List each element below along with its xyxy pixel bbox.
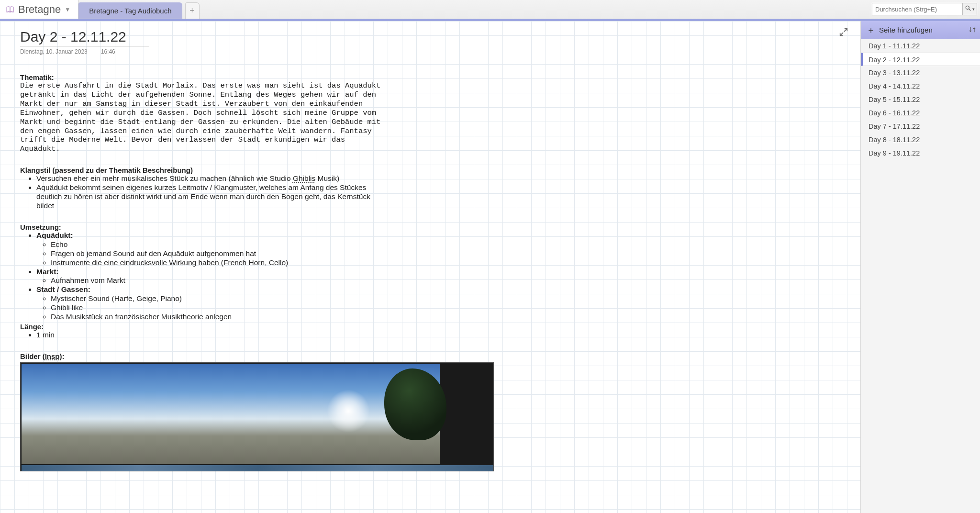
page-list-item[interactable]: Day 5 - 15.11.22 [861,93,980,106]
page-list-item[interactable]: Day 8 - 18.11.22 [861,133,980,146]
thematik-body: Die erste Ausfahrt in die Stadt Morlaix.… [20,81,384,154]
page-title[interactable]: Day 2 - 12.11.22 [20,29,149,46]
spellcheck-word: Ghiblis [293,174,315,182]
page-list-item[interactable]: Day 1 - 11.11.22 [861,39,980,53]
plus-icon: + [189,6,195,16]
list-head: Stadt / Gassen: [36,285,90,293]
note-content[interactable]: Thematik: Die erste Ausfahrt in die Stad… [20,56,384,471]
page-list-item[interactable]: Day 7 - 17.11.22 [861,120,980,133]
heading-thematik: Thematik: [20,73,384,81]
sort-icon[interactable] [969,26,976,35]
chevron-down-icon: ▾ [972,7,975,11]
list-item: 1 min [36,331,384,340]
chevron-down-icon: ▼ [65,0,70,19]
topbar: Bretagne ▼ Bretagne - Tag Audiobuch + ▾ [0,0,980,19]
laenge-list: 1 min [20,331,384,340]
heading-bilder: Bilder (Insp): [20,352,384,360]
page-list: Day 1 - 11.11.22Day 2 - 12.11.22Day 3 - … [861,39,980,513]
page-time[interactable]: 16:46 [101,48,115,55]
klangstil-list: Versuchen eher ein mehr musikalisches St… [20,174,384,211]
page-list-item[interactable]: Day 6 - 16.11.22 [861,106,980,120]
svg-point-0 [966,6,969,9]
sublist: Aufnahmen vom Markt [36,276,384,285]
list-item: Instrumente die eine eindrucksvolle Wirk… [51,258,384,268]
title-block: Day 2 - 12.11.22 Dienstag, 10. Januar 20… [20,29,860,55]
tab-label: Bretagne - Tag Audiobuch [89,7,171,15]
main: Day 2 - 12.11.22 Dienstag, 10. Januar 20… [0,21,980,513]
search-icon [965,5,971,13]
svg-line-1 [969,9,971,11]
add-page-label: Seite hinzufügen [879,26,933,34]
tab-section-active[interactable]: Bretagne - Tag Audiobuch [78,2,182,19]
page-list-item[interactable]: Day 4 - 14.11.22 [861,79,980,93]
notebook-dropdown[interactable]: Bretagne ▼ [0,0,78,19]
sublist: EchoFragen ob jemand Sound auf den Aquäd… [36,240,384,268]
notebook-icon [6,5,14,14]
spellcheck-word: Insp [45,352,60,360]
list-item: Markt:Aufnahmen vom Markt [36,268,384,286]
list-head: Markt: [36,268,59,276]
embedded-image[interactable] [20,362,494,471]
list-item: Versuchen eher ein mehr musikalisches St… [36,174,384,183]
list-item: Aufnahmen vom Markt [51,276,384,285]
add-section-button[interactable]: + [185,2,200,19]
expand-icon[interactable] [838,27,849,39]
sublist: Mystischer Sound (Harfe, Geige, Piano)Gh… [36,294,384,322]
page-list-item[interactable]: Day 3 - 13.11.22 [861,66,980,79]
list-item: Ghibli like [51,303,384,312]
heading-umsetzung: Umsetzung: [20,223,384,231]
page-date[interactable]: Dienstag, 10. Januar 2023 [20,48,88,55]
list-item: Stadt / Gassen:Mystischer Sound (Harfe, … [36,285,384,322]
list-item: Echo [51,240,384,249]
section-tabs: Bretagne - Tag Audiobuch + [78,0,199,19]
search-button[interactable]: ▾ [963,3,977,15]
page-list-item[interactable]: Day 2 - 12.11.22 [861,53,980,66]
search-container: ▾ [872,3,977,15]
notebook-name: Bretagne [18,0,61,19]
note-canvas[interactable]: Day 2 - 12.11.22 Dienstag, 10. Januar 20… [0,21,860,513]
list-head: Aquädukt: [36,231,73,239]
list-item: Aquädukt:EchoFragen ob jemand Sound auf … [36,231,384,268]
add-page-button[interactable]: ＋ Seite hinzufügen [861,21,980,39]
plus-icon: ＋ [867,24,875,36]
page-datetime: Dienstag, 10. Januar 2023 16:46 [20,48,860,55]
list-item: Aquädukt bekommt seinen eigenes kurzes L… [36,183,384,211]
page-panel: ＋ Seite hinzufügen Day 1 - 11.11.22Day 2… [860,21,980,513]
list-item: Fragen ob jemand Sound auf den Aquädukt … [51,249,384,258]
search-input[interactable] [872,3,963,15]
list-item: Das Musikstück an französischer Musikthe… [51,312,384,322]
umsetzung-list: Aquädukt:EchoFragen ob jemand Sound auf … [20,231,384,322]
list-item: Mystischer Sound (Harfe, Geige, Piano) [51,294,384,303]
heading-klangstil: Klangstil (passend zu der Thematik Besch… [20,166,384,174]
page-list-item[interactable]: Day 9 - 19.11.22 [861,146,980,160]
heading-laenge: Länge: [20,323,384,331]
